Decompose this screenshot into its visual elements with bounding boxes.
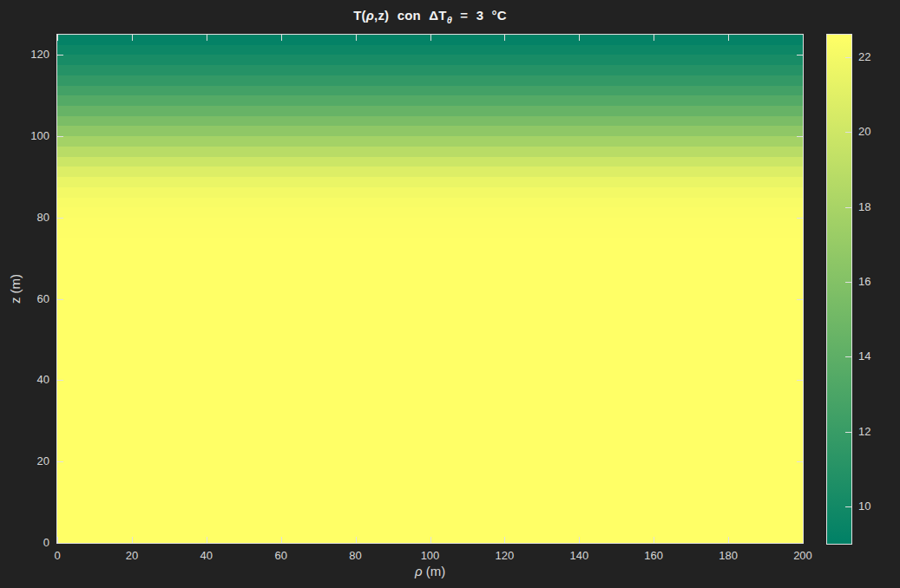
x-tick-label: 80 xyxy=(334,549,378,563)
title-text-2: ,z) con xyxy=(374,8,429,23)
y-tick-mark xyxy=(57,136,63,137)
colorbar-tick-label: 10 xyxy=(858,500,870,513)
colorbar-tick-label: 12 xyxy=(858,425,870,439)
x-tick-label: 140 xyxy=(557,549,601,563)
colorbar-tick-label: 14 xyxy=(858,350,870,363)
x-tick-mark-top xyxy=(654,35,654,41)
y-tick-label: 80 xyxy=(0,211,49,225)
colorbar-tick-mark xyxy=(845,132,851,133)
y-tick-mark xyxy=(57,380,63,381)
x-tick-mark-top xyxy=(728,35,729,41)
y-tick-mark-right xyxy=(797,380,803,381)
x-tick-label: 180 xyxy=(706,549,750,563)
x-tick-mark-top xyxy=(504,35,505,41)
x-axis-label: ρ (m) xyxy=(57,564,803,578)
x-tick-mark xyxy=(356,537,357,543)
x-tick-mark xyxy=(57,537,58,543)
title-delta-t: ΔT xyxy=(429,8,446,23)
x-tick-label: 20 xyxy=(110,549,154,563)
x-tick-mark xyxy=(504,537,505,543)
x-tick-mark xyxy=(654,537,654,543)
y-tick-label: 20 xyxy=(0,454,49,468)
x-tick-mark-top xyxy=(132,35,133,41)
x-tick-mark-top xyxy=(57,35,58,41)
y-tick-label: 0 xyxy=(0,536,49,550)
y-tick-mark-right xyxy=(797,136,803,137)
x-tick-mark-top xyxy=(803,35,804,41)
x-tick-label: 160 xyxy=(632,549,675,563)
colorbar-tick-mark xyxy=(845,506,851,507)
colorbar-tick-label: 16 xyxy=(858,275,870,289)
colorbar-tick-mark xyxy=(845,432,851,433)
colorbar-tick-mark xyxy=(845,57,851,58)
y-tick-mark xyxy=(57,299,63,300)
title-text-1: T( xyxy=(353,8,366,23)
x-tick-label: 40 xyxy=(185,549,228,563)
y-tick-mark-right xyxy=(797,299,803,300)
x-tick-mark-top xyxy=(579,35,580,41)
y-tick-label: 100 xyxy=(0,129,49,143)
colorbar-tick-mark xyxy=(845,356,851,357)
colorbar xyxy=(826,34,852,545)
x-tick-label: 60 xyxy=(259,549,303,563)
colorbar-tick-label: 20 xyxy=(858,125,870,139)
colorbar-tick-label: 18 xyxy=(858,200,870,214)
y-tick-mark xyxy=(57,218,63,219)
heatmap-plot-area xyxy=(56,34,804,544)
x-axis-unit: (m) xyxy=(422,564,445,578)
x-tick-mark xyxy=(132,537,133,543)
colorbar-tick-mark xyxy=(845,207,851,208)
y-tick-mark xyxy=(57,55,63,56)
x-tick-label: 120 xyxy=(483,549,526,563)
matlab-figure: T(ρ,z) con ΔTθ = 3 °C 020406080100120140… xyxy=(0,0,900,588)
title-text-3: = 3 °C xyxy=(452,8,507,23)
y-tick-label: 40 xyxy=(0,373,49,387)
y-tick-label: 120 xyxy=(0,48,49,62)
x-tick-mark-top xyxy=(430,35,431,41)
y-axis-label: z (m) xyxy=(8,274,23,304)
colorbar-tick-label: 22 xyxy=(858,50,870,64)
y-tick-mark-right xyxy=(797,461,803,462)
title-rho-symbol: ρ xyxy=(366,8,374,23)
x-tick-mark xyxy=(207,537,207,543)
x-tick-mark-top xyxy=(207,35,207,41)
x-tick-mark xyxy=(728,537,729,543)
x-tick-mark xyxy=(803,537,804,543)
y-tick-mark-right xyxy=(797,218,803,219)
y-tick-mark-right xyxy=(797,55,803,56)
colorbar-tick-mark xyxy=(845,282,851,283)
y-tick-mark-right xyxy=(797,543,803,544)
x-tick-mark xyxy=(430,537,431,543)
x-tick-mark-top xyxy=(281,35,282,41)
x-tick-label: 200 xyxy=(781,549,824,563)
plot-title: T(ρ,z) con ΔTθ = 3 °C xyxy=(57,8,803,25)
y-tick-mark xyxy=(57,543,63,544)
x-tick-mark-top xyxy=(356,35,357,41)
x-tick-label: 0 xyxy=(36,549,79,563)
x-tick-mark xyxy=(579,537,580,543)
x-tick-label: 100 xyxy=(409,549,452,563)
x-tick-mark xyxy=(281,537,282,543)
y-tick-mark xyxy=(57,461,63,462)
